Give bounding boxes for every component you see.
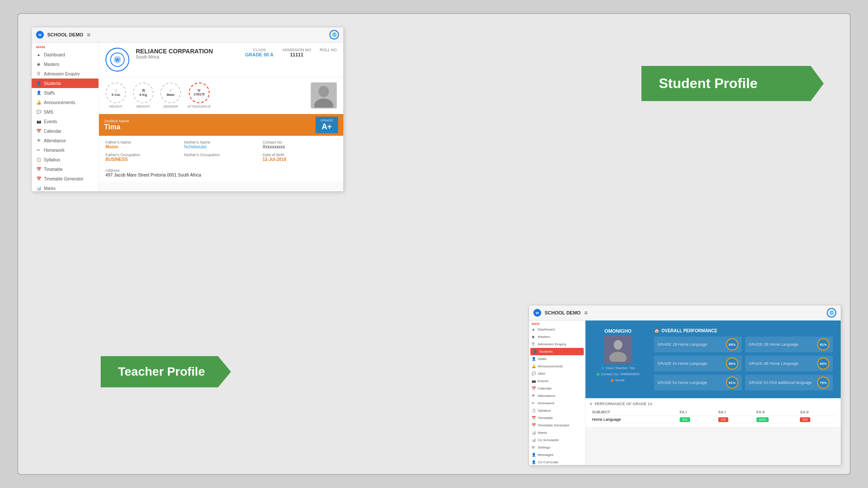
homework-icon: ✏ (36, 147, 41, 153)
sidebar-item-admission[interactable]: ☰ Admission Enquiry (32, 69, 99, 79)
weight-circle: ⚖0 Kg (133, 82, 154, 103)
sidebar-item-syllabus[interactable]: 📋 Syllabus (32, 155, 99, 164)
dashboard-icon: ▲ (36, 52, 41, 57)
fa2-cell: 84% (754, 416, 798, 423)
perf-label-4: GRADE 5A Home Language (658, 380, 707, 385)
perf-circle-4: 81% (726, 377, 738, 389)
t-sidebar-marks[interactable]: 📊Marks (529, 429, 585, 436)
teacher-window-titlebar: W SCHOOL DEMO ≡ 🌐 (529, 305, 841, 321)
sidebar-item-dashboard[interactable]: ▲ Dashboard (32, 50, 99, 59)
sidebar-item-sms[interactable]: 💬 SMS (32, 107, 99, 117)
perf-table-icon: ≡ (590, 402, 592, 406)
sidebar-item-timetable[interactable]: 📅 Timetable (32, 164, 99, 174)
address-value: 497 Jacob Mare Street Pretoria 0001 Sout… (105, 173, 337, 177)
t-sidebar-students[interactable]: 👤Students (530, 348, 584, 355)
t-sidebar-announcements[interactable]: 🔔Announcements (529, 363, 585, 370)
student-profile-window: W SCHOOL DEMO ≡ 🌐 MAIN ▲ Dashboard ◉ Mas… (31, 27, 344, 192)
gender-label: GENDER (163, 105, 178, 108)
contact-group: Contact No Xxxxxxxxxx (263, 140, 337, 149)
sidebar-item-attendance[interactable]: 👁 Attendance (32, 136, 99, 145)
contact-value: Xxxxxxxxxx (263, 144, 337, 149)
sidebar-item-events[interactable]: 📷 Events (32, 117, 99, 126)
t-sidebar-staffs[interactable]: 👤Staffs (529, 355, 585, 363)
t-sidebar-coscholastic[interactable]: 📊Co Scholastic (529, 436, 585, 444)
t-sidebar-masters[interactable]: ◉Masters (529, 333, 585, 341)
student-main-content: W RELIANCE CORPARATION South Africa CLAS… (99, 43, 343, 191)
overall-performance-section: 🏠 OVERALL PERFORMANCE GRADE 1B Home Lang… (651, 325, 836, 394)
sidebar-item-masters[interactable]: ◉ Masters (32, 59, 99, 69)
t-timetable-gen-icon: 📅 (532, 423, 536, 427)
timetable-gen-icon: 📅 (36, 176, 41, 181)
t-sidebar-section: MAIN (529, 321, 585, 326)
col-sa1: SA I (716, 409, 755, 416)
contact-dot (597, 373, 599, 376)
perf-item-3: GRADE 4B Home Language 83% (745, 356, 833, 371)
sidebar-item-announcements[interactable]: 🔔 Announcements (32, 98, 99, 107)
student-window-body: MAIN ▲ Dashboard ◉ Masters ☰ Admission E… (32, 43, 343, 191)
t-sidebar-timetable-gen[interactable]: 📅Timetable Generator (529, 422, 585, 429)
t-sidebar-timetable[interactable]: 📅Timetable (529, 414, 585, 422)
teacher-profile-label-text: Teacher Profile (118, 365, 205, 378)
teacher-window-body: MAIN ▲Dashboard ◉Masters ☰Admission Enqu… (529, 321, 841, 465)
globe-icon: 🌐 (329, 30, 339, 39)
sidebar-item-homework[interactable]: ✏ Homework (32, 145, 99, 155)
svg-text:W: W (115, 57, 120, 62)
t-sidebar-syllabus[interactable]: 📋Syllabus (529, 407, 585, 414)
grade-badge: GRADE A+ (316, 117, 338, 133)
t-coscholastic-icon: 📊 (532, 438, 536, 442)
students-icon: 👤 (36, 81, 41, 86)
sidebar-item-label: Admission Enquiry (44, 72, 80, 76)
t-staffs-icon: 👤 (532, 357, 536, 361)
class-value: GRADE 00 A (245, 52, 274, 57)
t-messages-icon: 👤 (532, 453, 536, 457)
student-profile-label-text: Student Profile (659, 75, 758, 91)
t-sidebar-calendar[interactable]: 📅Calendar (529, 385, 585, 392)
teacher-window-title: SCHOOL DEMO (545, 310, 581, 315)
t-sidebar-events[interactable]: 📷Events (529, 377, 585, 385)
height-label: HEIGHT (109, 105, 122, 108)
mother-name-label: Mother's Name (184, 140, 258, 144)
father-name-group: Father's Name Momo (105, 140, 180, 149)
perf-circle-0: 85% (726, 338, 738, 350)
attendance-circle: 📅175/175 (189, 82, 210, 103)
t-sidebar-attendance[interactable]: 👁Attendance (529, 392, 585, 400)
dob-value: 12-Jul-2018 (263, 157, 337, 162)
t-admission-icon: ☰ (532, 342, 536, 346)
sidebar-item-marks[interactable]: 📊 Marks (32, 183, 99, 191)
t-dashboard-icon: ▲ (532, 328, 536, 331)
teacher-globe-icon: 🌐 (827, 308, 836, 318)
t-sidebar-cocurricular[interactable]: 👤Co-Curricular (529, 459, 585, 465)
svg-point-4 (314, 98, 333, 108)
masters-icon: ◉ (36, 62, 41, 67)
teacher-window-logo: W (533, 309, 541, 317)
t-sidebar-settings[interactable]: ⚙Settings (529, 444, 585, 451)
teacher-menu-icon[interactable]: ≡ (584, 309, 588, 316)
weight-value: 0 Kg (139, 93, 147, 97)
marks-icon: 📊 (36, 186, 41, 191)
student-name-label: Student Name (104, 119, 129, 123)
perf-table-header: ≡ PERFORMANCE OF GRADE 1A (590, 402, 836, 406)
t-sidebar-dashboard[interactable]: ▲Dashboard (529, 326, 585, 333)
perf-item-1: GRADE 2B Home Language 81% (745, 337, 833, 352)
mother-occ-label: Mother's Occupation (184, 153, 258, 157)
staffs-icon: 👤 (36, 90, 41, 95)
perf-table-section: ≡ PERFORMANCE OF GRADE 1A SUBJECT FA I S… (585, 398, 841, 427)
class-teacher-dot (601, 367, 604, 370)
height-value: 0 Cm (112, 93, 120, 97)
t-sidebar-homework[interactable]: ✏Homework (529, 400, 585, 407)
t-sidebar-sms[interactable]: 💬SMS (529, 370, 585, 377)
perf-label-3: GRADE 4B Home Language (749, 361, 799, 366)
sidebar-item-staffs[interactable]: 👤 Staffs (32, 88, 99, 98)
t-cocurricular-icon: 👤 (532, 460, 536, 464)
admission-value: 11111 (282, 52, 311, 57)
fa1-bar: 6% (680, 417, 690, 422)
sidebar-item-calendar[interactable]: 📅 Calendar (32, 126, 99, 136)
student-profile-label: Student Profile (641, 66, 824, 101)
t-sidebar-messages[interactable]: 👤Messages (529, 451, 585, 459)
admission-icon: ☰ (36, 71, 41, 76)
menu-icon[interactable]: ≡ (87, 31, 90, 38)
sidebar-item-students[interactable]: 👤 Students (32, 79, 99, 88)
sidebar-item-timetable-gen[interactable]: 📅 Timetable Generator (32, 174, 99, 183)
t-sidebar-admission[interactable]: ☰Admission Enquiry (529, 341, 585, 348)
sidebar-item-label: Timetable Generator (44, 177, 83, 181)
